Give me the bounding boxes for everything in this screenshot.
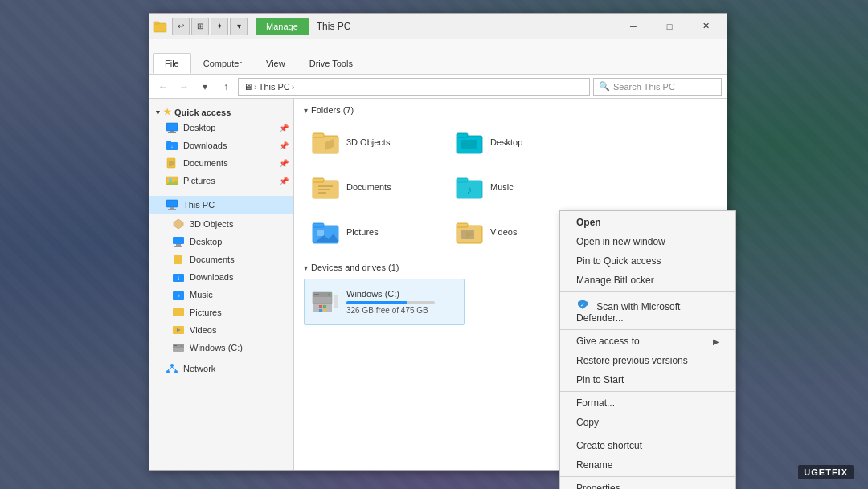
svg-point-34 <box>181 345 182 347</box>
undo-button[interactable]: ↩ <box>172 18 190 35</box>
folder-pictures[interactable]: Pictures <box>304 211 444 253</box>
sidebar-item-documents-2[interactable]: Documents <box>149 251 293 268</box>
path-this-pc: This PC <box>259 82 290 92</box>
svg-point-35 <box>170 364 174 367</box>
sidebar-pictures-label: Pictures <box>183 176 215 185</box>
sidebar-item-pictures[interactable]: Pictures 📌 <box>149 172 293 189</box>
folders-section-label[interactable]: ▾ Folders (7) <box>304 105 717 115</box>
star-icon: ★ <box>163 107 171 117</box>
quick-access-header[interactable]: ▾ ★ Quick access <box>149 102 293 119</box>
downloads-icon-2: ↓ <box>172 271 185 283</box>
close-button[interactable]: ✕ <box>688 15 723 38</box>
pin-icon-4: 📌 <box>279 177 289 185</box>
cm-manage-bitlocker[interactable]: Manage BitLocker <box>560 271 735 290</box>
back-button[interactable]: ← <box>154 78 172 96</box>
folder-documents[interactable]: Documents <box>304 166 444 208</box>
svg-rect-1 <box>154 22 159 24</box>
svg-rect-2 <box>166 123 178 131</box>
sidebar-item-windows-c[interactable]: Windows (C:) <box>149 339 293 357</box>
cm-open-new-window[interactable]: Open in new window <box>560 232 735 251</box>
sidebar-item-downloads-2[interactable]: ↓ Downloads <box>149 268 293 286</box>
folder-documents-icon <box>311 173 340 202</box>
folder-documents-name: Documents <box>346 182 391 192</box>
folder-desktop[interactable]: Desktop <box>448 121 588 163</box>
drive-windows-c[interactable]: Windows (C:) 326 GB free of 475 GB <box>304 279 465 325</box>
svg-rect-50 <box>318 192 326 194</box>
file-explorer-icon <box>153 19 167 34</box>
pictures-icon-2 <box>172 306 185 319</box>
cm-copy[interactable]: Copy <box>560 413 735 432</box>
tab-computer[interactable]: Computer <box>191 53 254 74</box>
folder-videos-icon <box>455 218 484 247</box>
folders-arrow: ▾ <box>304 106 308 115</box>
cm-create-shortcut[interactable]: Create shortcut <box>560 436 735 455</box>
tab-file[interactable]: File <box>153 53 191 74</box>
properties-title-button[interactable]: ⊞ <box>191 18 209 35</box>
drive-info: Windows (C:) 326 GB free of 475 GB <box>346 289 457 315</box>
window-title: This PC <box>317 21 351 32</box>
sidebar-item-desktop[interactable]: Desktop 📌 <box>149 119 293 137</box>
sidebar-item-desktop-2[interactable]: Desktop <box>149 233 293 251</box>
cm-properties[interactable]: Properties <box>560 479 735 489</box>
sidebar-item-music[interactable]: ♪ Music <box>149 286 293 304</box>
cm-give-access-label: Give access to <box>576 336 640 347</box>
cm-open[interactable]: Open <box>560 213 735 232</box>
sidebar-item-videos[interactable]: Videos <box>149 321 293 339</box>
minimize-button[interactable]: ─ <box>616 15 651 38</box>
svg-rect-44 <box>457 133 468 137</box>
search-placeholder: Search This PC <box>613 82 675 92</box>
this-pc-icon <box>166 198 178 211</box>
sidebar-item-this-pc[interactable]: This PC <box>149 196 293 214</box>
folder-music-icon: ♪ <box>455 173 484 202</box>
folders-label-text: Folders (7) <box>311 105 354 115</box>
cm-give-access[interactable]: Give access to ▶ <box>560 332 735 351</box>
sidebar-desktop-label: Desktop <box>183 123 215 132</box>
new-folder-title-button[interactable]: ✦ <box>211 18 228 35</box>
svg-rect-3 <box>170 131 174 132</box>
cm-pin-start[interactable]: Pin to Start <box>560 370 735 389</box>
pictures-icon <box>166 174 178 187</box>
sidebar-item-pictures-2[interactable]: Pictures <box>149 304 293 321</box>
folder-pictures-name: Pictures <box>346 227 379 237</box>
svg-rect-45 <box>461 140 477 149</box>
up-button[interactable]: ↑ <box>217 78 235 96</box>
maximize-button[interactable]: □ <box>652 15 687 38</box>
documents-icon-2 <box>172 253 185 266</box>
tab-view[interactable]: View <box>254 53 297 74</box>
sidebar-item-documents[interactable]: Documents 📌 <box>149 154 293 172</box>
manage-tab[interactable]: Manage <box>256 18 309 35</box>
sidebar-item-downloads[interactable]: ↓ Downloads 📌 <box>149 137 293 154</box>
cm-scan-label: Scan with Microsoft Defender... <box>576 301 680 324</box>
3d-objects-icon <box>172 218 185 230</box>
search-box[interactable]: 🔍 Search This PC <box>593 78 722 96</box>
sidebar-windows-c-label: Windows (C:) <box>190 343 243 352</box>
svg-rect-28 <box>173 308 184 316</box>
folder-music[interactable]: ♪ Music <box>448 166 588 208</box>
sidebar-music-label: Music <box>190 290 213 300</box>
sidebar-item-network[interactable]: Network <box>149 360 293 377</box>
network-icon <box>166 362 178 375</box>
customize-button[interactable]: ▾ <box>230 18 248 35</box>
address-path[interactable]: 🖥 › This PC › <box>238 78 590 96</box>
cm-format[interactable]: Format... <box>560 393 735 413</box>
path-separator: › <box>254 82 257 92</box>
path-icon: 🖥 <box>244 82 252 92</box>
tab-drive-tools[interactable]: Drive Tools <box>297 53 365 74</box>
folder-3d-objects[interactable]: 3D Objects <box>304 121 444 163</box>
svg-point-65 <box>328 294 330 296</box>
cm-scan-defender[interactable]: ✓ Scan with Microsoft Defender... <box>560 294 735 328</box>
recent-button[interactable]: ▾ <box>196 78 214 96</box>
sidebar-item-3d-objects[interactable]: 3D Objects <box>149 215 293 233</box>
forward-button[interactable]: → <box>175 78 193 96</box>
cm-rename[interactable]: Rename <box>560 455 735 475</box>
quick-access-label: Quick access <box>174 108 231 117</box>
cm-restore-versions[interactable]: Restore previous versions <box>560 351 735 370</box>
cm-pin-quick-access[interactable]: Pin to Quick access <box>560 251 735 271</box>
sidebar-desktop2-label: Desktop <box>190 237 222 247</box>
svg-rect-66 <box>334 295 338 308</box>
ribbon-tabs: File Computer View Drive Tools <box>149 39 368 74</box>
svg-rect-41 <box>313 133 324 137</box>
svg-rect-52 <box>457 178 468 182</box>
sidebar-3dobjects-label: 3D Objects <box>190 219 233 229</box>
path-separator-2: › <box>292 82 295 92</box>
